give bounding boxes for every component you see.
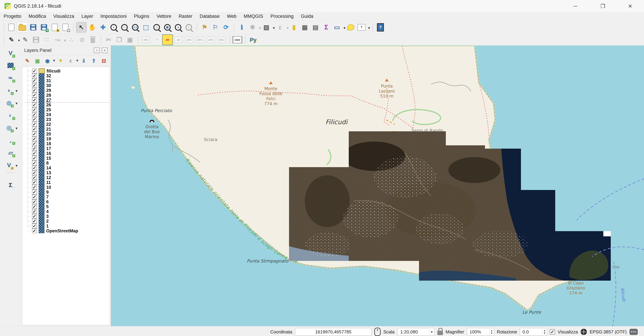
label-move-tool[interactable]: abc [195, 35, 205, 45]
new-bookmark-button[interactable]: ⚑ [200, 22, 210, 32]
paste-features-button[interactable]: ▣ [125, 35, 135, 45]
diagram-options-button[interactable]: ◔ [152, 35, 162, 45]
layer-checkbox[interactable]: ✓ [32, 219, 37, 224]
layer-row[interactable]: ✓2 [32, 219, 110, 224]
layer-label[interactable]: 24 [46, 112, 51, 117]
layer-row[interactable]: ✓OpenStreetMap [32, 228, 110, 233]
zoom-to-selection-tool[interactable]: □ [152, 22, 162, 32]
layer-label[interactable]: 27 [46, 98, 51, 102]
layer-checkbox[interactable]: ✓ [32, 127, 37, 132]
menu-modifica[interactable]: Modifica [25, 14, 50, 19]
zoom-full-tool[interactable]: ⬚ [141, 22, 151, 32]
layer-label[interactable]: 17 [46, 146, 51, 151]
chevron-down-icon[interactable]: ▾ [429, 330, 434, 334]
layer-label[interactable]: 14 [46, 166, 51, 170]
layer-row[interactable]: ✓17 [32, 146, 110, 151]
zoom-native-tool[interactable]: 1:1 [130, 22, 140, 32]
layer-checkbox[interactable]: ✓ [32, 194, 37, 199]
close-button[interactable]: ✕ [627, 3, 634, 9]
layer-checkbox[interactable]: ✓ [32, 93, 37, 98]
layer-checkbox[interactable]: ✓ [32, 156, 37, 160]
filter-by-expression-button[interactable]: ε [66, 56, 75, 65]
layer-checkbox[interactable]: ✓ [32, 78, 37, 83]
map-canvas[interactable]: Riserva naturale orientata Isola di Fili… [111, 46, 644, 326]
show-statistical-summary-button[interactable]: Σ▤ [6, 180, 16, 190]
label-rotate-tool[interactable]: abc [206, 35, 216, 45]
layer-row[interactable]: ✓9 [32, 190, 110, 194]
layer-label[interactable]: 16 [46, 151, 51, 156]
help-button[interactable]: ? [376, 22, 386, 32]
menu-visualizza[interactable]: Visualizza [50, 14, 78, 19]
new-print-composer-button[interactable]: ★ [50, 22, 60, 32]
menu-impostazioni[interactable]: Impostazioni [97, 14, 130, 19]
layer-row[interactable]: ✓26 [32, 102, 110, 107]
scale-lock-icon[interactable] [437, 331, 443, 335]
toggle-editing-button[interactable]: ✎ [20, 35, 30, 45]
layer-label[interactable]: 18 [46, 141, 51, 146]
add-raster-layer-button[interactable]: + [6, 60, 16, 70]
layer-label[interactable]: 1 [46, 224, 49, 228]
select-by-expression-tool[interactable]: ε [275, 22, 285, 32]
text-annotation-tool[interactable]: T [356, 22, 366, 32]
messages-icon[interactable] [630, 329, 638, 335]
spinner-arrows-icon[interactable]: ▲▼ [489, 329, 494, 335]
layer-label[interactable]: 7 [46, 194, 49, 200]
statistical-summary-button[interactable]: Σ [321, 22, 331, 32]
menu-mmqgis[interactable]: MMQGIS [240, 14, 267, 19]
layer-row[interactable]: ✓30 [32, 83, 110, 88]
layer-row[interactable]: ✓16 [32, 151, 110, 156]
layer-label[interactable]: 25 [46, 107, 51, 112]
label-show-hide-tool[interactable]: abc [184, 35, 194, 45]
layer-row[interactable]: ✓7 [32, 194, 110, 199]
label-properties-tool[interactable]: abc [216, 35, 226, 45]
layer-checkbox[interactable]: ✓ [32, 170, 37, 175]
rotation-spinner[interactable]: 0.0 ▲▼ [520, 328, 547, 336]
layer-label[interactable]: 8 [46, 160, 49, 166]
layer-row[interactable]: ✓32 [32, 73, 110, 78]
zoom-in-tool[interactable]: + [109, 22, 119, 32]
layer-row[interactable]: ✓31 [32, 78, 110, 83]
identify-features-tool[interactable]: ℹ [237, 22, 247, 32]
layer-row[interactable]: ✓6 [32, 199, 110, 204]
menu-database[interactable]: Database [196, 14, 223, 19]
layer-row[interactable]: ✓22 [32, 122, 110, 127]
layer-checkbox[interactable]: ✓ [32, 112, 37, 117]
expand-all-button[interactable]: ⇓ [80, 56, 88, 65]
save-layer-edits-button[interactable] [31, 35, 41, 45]
layer-label[interactable]: 9 [46, 190, 49, 195]
add-delimited-text-layer-button[interactable]: ,+ [6, 135, 16, 145]
panel-close-icon[interactable]: ✕ [102, 48, 108, 53]
layer-label[interactable]: 20 [46, 132, 51, 136]
show-bookmarks-button[interactable]: ⚐ [210, 22, 220, 32]
open-attribute-table-button[interactable]: ▦ [300, 22, 310, 32]
layer-row[interactable]: ✓18 [32, 141, 110, 146]
layer-checkbox[interactable]: ✓ [32, 190, 37, 194]
delete-selected-button[interactable] [88, 35, 98, 45]
new-shapefile-layer-button[interactable]: ▱+ [6, 148, 16, 158]
field-calculator-button[interactable]: ▤ [310, 22, 320, 32]
layer-checkbox[interactable]: ✓ [32, 107, 37, 112]
feature-action-tool[interactable]: ✱ [248, 22, 258, 32]
layer-label[interactable]: 4 [46, 209, 49, 214]
layer-checkbox[interactable]: ✓ [32, 224, 37, 228]
render-checkbox[interactable]: ✓ [550, 329, 555, 334]
layer-row[interactable]: ✓8 [32, 160, 110, 166]
layer-row[interactable]: ✓19 [32, 136, 110, 141]
layer-checkbox[interactable]: ✓ [32, 228, 37, 233]
magnifier-spinner[interactable]: 100% ▲▼ [467, 328, 494, 336]
select-features-tool[interactable]: ▧ [261, 22, 272, 32]
layer-checkbox[interactable]: ✓ [32, 98, 37, 102]
layer-row[interactable]: ✓filicudi [32, 68, 110, 73]
delete-part-tool[interactable]: ⊘ [77, 35, 87, 45]
measure-tool[interactable]: ▭ [332, 22, 342, 32]
map-tips-tool[interactable] [346, 22, 356, 32]
layer-label[interactable]: 23 [46, 117, 51, 122]
current-edits-button[interactable]: ✎ [6, 35, 16, 45]
menu-plugins[interactable]: Plugins [130, 14, 153, 19]
layer-checkbox[interactable]: ✓ [32, 146, 37, 151]
layer-row[interactable]: ✓21 [32, 127, 110, 132]
layer-checkbox[interactable]: ✓ [32, 160, 37, 166]
layer-label[interactable]: 22 [46, 122, 51, 127]
add-vector-layer-button[interactable]: V+ [6, 48, 16, 58]
layer-label[interactable]: 10 [46, 185, 51, 190]
